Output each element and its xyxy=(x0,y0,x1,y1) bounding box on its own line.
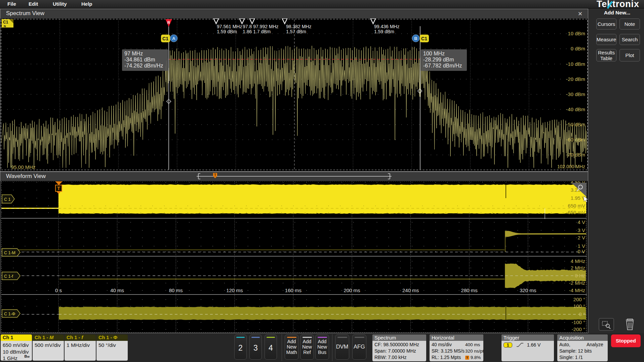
svg-text:-200 °: -200 ° xyxy=(572,326,585,332)
svg-text:N: N xyxy=(4,25,6,28)
svg-text:40 ms: 40 ms xyxy=(110,287,124,293)
svg-text:B: B xyxy=(414,36,417,41)
svg-text:-650 mV: -650 mV xyxy=(566,210,585,215)
svg-text:280 ms: 280 ms xyxy=(461,287,478,293)
svg-text:-4 MHz: -4 MHz xyxy=(569,287,585,293)
svg-text:1.95 V: 1.95 V xyxy=(571,195,585,201)
svg-text:240 ms: 240 ms xyxy=(402,287,419,293)
svg-text:0 V: 0 V xyxy=(577,248,585,254)
svg-text:0 Hz: 0 Hz xyxy=(575,273,585,278)
svg-text:102.000 MHz: 102.000 MHz xyxy=(557,164,585,169)
svg-text:C1: C1 xyxy=(3,20,8,25)
svg-text:-28.299 dBm: -28.299 dBm xyxy=(423,57,454,62)
svg-text:T: T xyxy=(214,173,216,177)
svg-text:-10 dBm: -10 dBm xyxy=(566,61,585,67)
svg-text:100 °: 100 ° xyxy=(573,303,585,309)
svg-text:120 ms: 120 ms xyxy=(226,287,243,293)
svg-text:1.86 1.7 dBm: 1.86 1.7 dBm xyxy=(243,29,271,34)
svg-text:0 s: 0 s xyxy=(55,287,62,293)
svg-text:200 ms: 200 ms xyxy=(344,287,360,293)
svg-text:200 °: 200 ° xyxy=(573,297,585,302)
svg-text:A: A xyxy=(172,36,175,41)
svg-text:R: R xyxy=(167,20,170,25)
svg-text:0 °: 0 ° xyxy=(579,311,585,317)
svg-text:98.382 MHz: 98.382 MHz xyxy=(286,24,311,29)
svg-text:-40 dBm: -40 dBm xyxy=(566,106,585,112)
svg-text:160 ms: 160 ms xyxy=(285,287,301,293)
svg-text:97.8 97.992 MHz: 97.8 97.992 MHz xyxy=(243,24,279,29)
svg-text:97.561 MHz: 97.561 MHz xyxy=(217,24,242,29)
svg-text:10 dBm: 10 dBm xyxy=(568,31,585,36)
svg-text:97 MHz: 97 MHz xyxy=(124,51,143,56)
svg-text:C1: C1 xyxy=(162,36,168,41)
svg-text:C 1-Φ: C 1-Φ xyxy=(4,312,15,316)
svg-text:-2 MHz: -2 MHz xyxy=(569,280,585,286)
svg-text:C 1: C 1 xyxy=(4,197,11,202)
svg-text:C1: C1 xyxy=(421,36,427,41)
svg-text:-20 dBm: -20 dBm xyxy=(566,76,585,82)
svg-text:-67.782 dBm/Hz: -67.782 dBm/Hz xyxy=(423,63,462,69)
svg-text:650 mV: 650 mV xyxy=(568,203,585,209)
svg-text:-30 dBm: -30 dBm xyxy=(566,91,585,97)
svg-text:95.00 MHz: 95.00 MHz xyxy=(11,164,36,170)
svg-text:4 MHz: 4 MHz xyxy=(571,258,585,264)
svg-text:-34.861 dBm: -34.861 dBm xyxy=(124,57,155,62)
svg-text:C 1-M: C 1-M xyxy=(4,251,15,255)
svg-text:1 V: 1 V xyxy=(577,243,585,249)
svg-text:-100 °: -100 ° xyxy=(572,319,585,325)
svg-text:-50 dBm: -50 dBm xyxy=(566,122,585,127)
svg-text:2 V: 2 V xyxy=(577,235,585,240)
svg-text:1.59 dBm: 1.59 dBm xyxy=(374,29,394,34)
svg-text:4 V: 4 V xyxy=(577,219,585,225)
svg-text:T: T xyxy=(57,186,60,191)
svg-text:320 ms: 320 ms xyxy=(520,287,536,293)
svg-text:-60 dBm: -60 dBm xyxy=(566,137,585,142)
svg-text:1.59 dBm: 1.59 dBm xyxy=(217,29,237,34)
svg-text:C 1-f: C 1-f xyxy=(4,274,13,279)
svg-text:0 dBm: 0 dBm xyxy=(571,46,585,51)
svg-text:80 ms: 80 ms xyxy=(169,287,183,293)
svg-text:1.57 dBm: 1.57 dBm xyxy=(286,29,306,34)
svg-text:-70 dBm: -70 dBm xyxy=(566,152,585,157)
svg-text:3 V: 3 V xyxy=(577,227,585,233)
svg-text:99.436 MHz: 99.436 MHz xyxy=(374,24,399,29)
svg-text:-74.262 dBm/Hz: -74.262 dBm/Hz xyxy=(124,63,163,69)
svg-text:100 MHz: 100 MHz xyxy=(423,51,445,56)
svg-text:2 MHz: 2 MHz xyxy=(571,265,585,271)
